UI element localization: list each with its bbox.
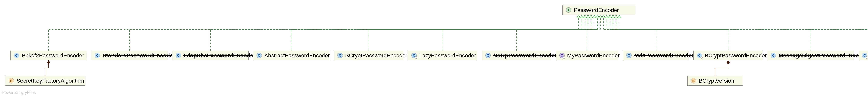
svg-marker-13 xyxy=(618,15,621,18)
watermark-text: Powered by yFiles xyxy=(2,90,36,95)
svg-marker-10 xyxy=(608,15,612,18)
class-icon: C xyxy=(770,52,776,59)
innerclass-icon: C xyxy=(696,52,703,59)
child-node-my[interactable]: CMyPasswordEncoder xyxy=(556,51,618,60)
svg-marker-4 xyxy=(589,15,593,18)
usercode-icon: C xyxy=(559,52,565,59)
class-icon: C xyxy=(175,52,181,59)
svg-text:C: C xyxy=(487,54,489,57)
class-icon: C xyxy=(13,52,20,59)
svg-marker-2 xyxy=(583,15,587,18)
svg-marker-5 xyxy=(592,15,596,18)
svg-marker-1 xyxy=(580,15,584,18)
svg-marker-6 xyxy=(596,15,599,18)
child-node-abs[interactable]: CAbstractPasswordEncoder xyxy=(253,51,330,60)
child-node-noop[interactable]: CNoOpPasswordEncoder xyxy=(482,51,551,60)
child-node-md4[interactable]: CMd4PasswordEncoder xyxy=(623,51,689,60)
abstract-icon: C xyxy=(256,52,262,59)
svg-text:C: C xyxy=(177,54,180,57)
node-label: LdapShaPasswordEncoder xyxy=(184,52,255,59)
child-node-lazy1[interactable]: CLazyPasswordEncoder xyxy=(408,51,477,60)
class-icon: C xyxy=(485,52,491,59)
svg-marker-0 xyxy=(577,15,580,18)
svg-text:C: C xyxy=(15,54,18,57)
root-node-passwordencoder[interactable]: IPasswordEncoder xyxy=(562,5,636,15)
enum-icon: E xyxy=(690,77,696,84)
child-node-ldap[interactable]: CLdapShaPasswordEncoder xyxy=(172,51,249,60)
svg-point-88 xyxy=(563,57,565,59)
node-label: BCryptPasswordEncoder xyxy=(705,52,767,59)
svg-marker-11 xyxy=(611,15,615,18)
class-icon: C xyxy=(626,52,632,59)
node-label: AbstractPasswordEncoder xyxy=(265,52,330,59)
child-node-std[interactable]: CStandardPasswordEncoder xyxy=(91,51,168,60)
enum-icon: E xyxy=(8,77,14,84)
svg-marker-7 xyxy=(599,15,602,18)
node-label: MyPasswordEncoder xyxy=(567,52,620,59)
node-label: SCryptPasswordEncoder xyxy=(345,52,407,59)
node-label: Md4PasswordEncoder xyxy=(634,52,694,59)
child-node-scrypt[interactable]: CSCryptPasswordEncoder xyxy=(334,51,403,60)
svg-point-83 xyxy=(415,57,417,59)
node-label: LazyPasswordEncoder xyxy=(419,52,476,59)
svg-marker-8 xyxy=(602,15,606,18)
class-icon: C xyxy=(337,52,343,59)
svg-marker-61 xyxy=(726,60,730,64)
svg-point-98 xyxy=(866,57,868,59)
svg-marker-3 xyxy=(586,15,590,18)
svg-text:C: C xyxy=(628,54,630,57)
innerclass-icon: C xyxy=(862,52,868,59)
child-node-msgdig[interactable]: CMessageDigestPasswordEncoder xyxy=(767,51,854,60)
class-icon: C xyxy=(94,52,100,59)
svg-text:C: C xyxy=(864,54,866,57)
svg-text:C: C xyxy=(413,54,415,57)
svg-text:C: C xyxy=(772,54,775,57)
svg-text:C: C xyxy=(698,54,701,57)
node-label: Pbkdf2PasswordEncoder xyxy=(22,52,84,59)
svg-text:C: C xyxy=(339,54,341,57)
node-label: PasswordEncoder xyxy=(574,7,619,13)
svg-text:E: E xyxy=(692,79,694,83)
svg-marker-9 xyxy=(605,15,609,18)
svg-text:C: C xyxy=(96,54,99,57)
node-label: NoOpPasswordEncoder xyxy=(493,52,557,59)
interface-icon: I xyxy=(565,7,572,13)
child-node-bcrypt[interactable]: CBCryptPasswordEncoder xyxy=(693,51,763,60)
node-label: BCryptVersion xyxy=(699,77,734,84)
grandchild-node-pbkdf2[interactable]: ESecretKeyFactoryAlgorithm xyxy=(5,76,85,86)
node-label: MessageDigestPasswordEncoder xyxy=(779,52,867,59)
svg-text:C: C xyxy=(258,54,260,57)
svg-point-93 xyxy=(701,57,703,59)
node-label: StandardPasswordEncoder xyxy=(102,52,175,59)
svg-text:C: C xyxy=(561,54,563,57)
svg-marker-57 xyxy=(47,60,50,64)
svg-text:E: E xyxy=(10,79,12,83)
innerclass-icon: C xyxy=(411,52,417,59)
svg-text:I: I xyxy=(568,8,569,12)
node-label: SecretKeyFactoryAlgorithm xyxy=(17,77,84,84)
svg-marker-12 xyxy=(614,15,618,18)
child-node-lazy2[interactable]: CLazyPasswordEncoder xyxy=(859,51,868,60)
child-node-pbkdf2[interactable]: CPbkdf2PasswordEncoder xyxy=(10,51,87,60)
grandchild-node-bcrypt[interactable]: EBCryptVersion xyxy=(687,76,743,86)
